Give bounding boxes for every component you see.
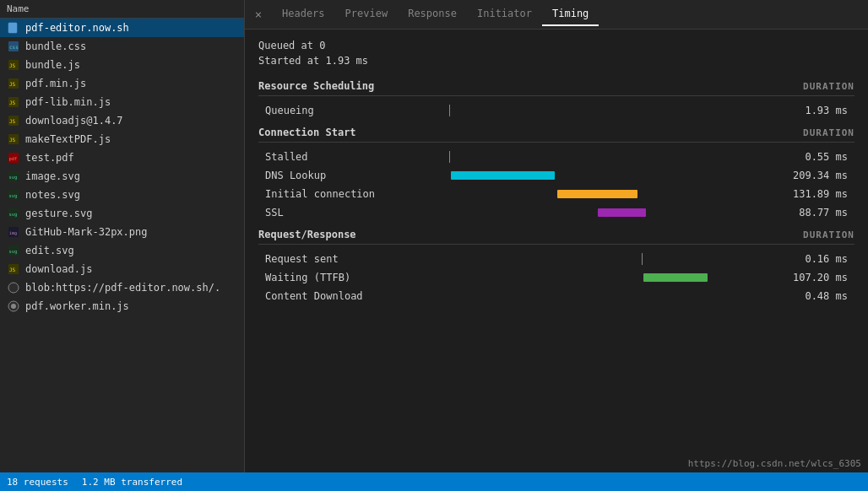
waterfall-container (417, 152, 776, 162)
file-name: pdf-lib.min.js (25, 96, 111, 108)
waterfall-container (417, 105, 776, 116)
timing-row-name: Request sent (265, 253, 417, 265)
timing-duration: 0.48 ms (776, 290, 848, 302)
timing-bar-area (417, 170, 738, 181)
transferred-size: 1.2 MB transferred (82, 477, 182, 488)
file-type-icon (7, 281, 20, 294)
tabs-container: HeadersPreviewResponseInitiatorTiming (272, 3, 599, 26)
file-type-icon: JS (7, 77, 20, 90)
file-type-icon: svg (7, 207, 20, 220)
file-panel: Name pdf-editor.now.sh css bundle.css JS… (0, 0, 245, 472)
file-item[interactable]: JS download.js (0, 260, 244, 278)
timing-duration: 131.89 ms (776, 188, 848, 200)
file-item[interactable]: blob:https://pdf-editor.now.sh/. (0, 278, 244, 297)
timing-row-name: Stalled (265, 151, 417, 163)
file-item[interactable]: JS makeTextPDF.js (0, 130, 244, 148)
tab-headers[interactable]: Headers (272, 3, 335, 26)
file-name: pdf-editor.now.sh (25, 22, 129, 34)
tab-timing[interactable]: Timing (542, 3, 599, 26)
timing-duration: 88.77 ms (776, 207, 848, 219)
section-title: Connection Start (258, 127, 356, 138)
file-item[interactable]: svg notes.svg (0, 186, 244, 204)
file-type-icon: css (7, 40, 20, 53)
file-type-icon: img (7, 225, 20, 239)
timing-row-name: Queueing (265, 105, 417, 116)
section-header: Connection Start DURATION (258, 127, 854, 143)
svg-text:svg: svg (9, 212, 18, 218)
timing-duration: 1.93 ms (776, 105, 848, 116)
timing-bar-area (417, 105, 738, 116)
file-item[interactable]: pdf test.pdf (0, 148, 244, 167)
timing-row: Stalled 0.55 ms (258, 148, 854, 166)
file-type-icon: JS (7, 114, 20, 127)
started-label: Started at 1.93 ms (258, 55, 854, 67)
timing-section: Resource Scheduling DURATION Queueing 1.… (258, 80, 854, 120)
file-name: download.js (25, 263, 92, 275)
svg-text:pdf: pdf (9, 156, 18, 162)
waterfall-container (417, 254, 776, 264)
svg-text:JS: JS (9, 267, 16, 272)
svg-text:JS: JS (9, 62, 16, 68)
timing-meta: Queued at 0 Started at 1.93 ms (258, 40, 854, 67)
timing-duration: 107.20 ms (776, 272, 848, 283)
file-name: makeTextPDF.js (25, 133, 111, 145)
timing-tick (642, 253, 643, 265)
svg-rect-0 (8, 23, 17, 33)
svg-text:css: css (9, 44, 19, 50)
file-name: pdf.min.js (25, 78, 86, 89)
timing-bar-area (417, 189, 738, 199)
file-item[interactable]: JS pdf.min.js (0, 74, 244, 93)
timing-row: Initial connection 131.89 ms (258, 185, 854, 203)
timing-content: Queued at 0 Started at 1.93 ms Resource … (245, 30, 868, 472)
timing-row: SSL 88.77 ms (258, 203, 854, 222)
file-type-icon: JS (7, 58, 20, 72)
status-bar: 18 requests 1.2 MB transferred (0, 472, 868, 491)
timing-bar-area (417, 254, 738, 264)
timing-row: Queueing 1.93 ms (258, 101, 854, 120)
file-item[interactable]: JS pdf-lib.min.js (0, 93, 244, 111)
timing-section: Request/Response DURATION Request sent 0… (258, 229, 854, 305)
file-item[interactable]: JS bundle.js (0, 56, 244, 74)
svg-point-29 (11, 304, 16, 309)
file-name: edit.svg (25, 245, 74, 256)
file-type-icon: svg (7, 188, 20, 202)
tabs-bar: × HeadersPreviewResponseInitiatorTiming (245, 0, 868, 30)
duration-label: DURATION (803, 81, 854, 92)
file-type-icon: JS (7, 132, 20, 146)
waterfall-container (417, 170, 776, 181)
timing-panel: × HeadersPreviewResponseInitiatorTiming … (245, 0, 868, 472)
file-item[interactable]: img GitHub-Mark-32px.png (0, 223, 244, 241)
file-item[interactable]: svg image.svg (0, 167, 244, 186)
timing-tick (449, 151, 450, 163)
tab-response[interactable]: Response (398, 3, 467, 26)
file-item[interactable]: svg edit.svg (0, 241, 244, 260)
close-icon[interactable]: × (248, 4, 269, 24)
timing-section: Connection Start DURATION Stalled 0.55 m… (258, 127, 854, 222)
url-hint: https://blog.csdn.net/wlcs_6305 (688, 458, 861, 469)
file-item[interactable]: JS downloadjs@1.4.7 (0, 111, 244, 130)
timing-tick (449, 105, 450, 116)
timing-duration: 209.34 ms (776, 170, 848, 181)
file-item[interactable]: svg gesture.svg (0, 204, 244, 223)
timing-row: Request sent 0.16 ms (258, 250, 854, 268)
file-item[interactable]: pdf.worker.min.js (0, 297, 244, 316)
timing-row: Content Download 0.48 ms (258, 287, 854, 305)
timing-bar (557, 190, 637, 198)
duration-label: DURATION (803, 229, 854, 240)
file-item[interactable]: pdf-editor.now.sh (0, 19, 244, 37)
file-type-icon: svg (7, 244, 20, 257)
file-item[interactable]: css bundle.css (0, 37, 244, 56)
file-type-icon: pdf (7, 151, 20, 165)
file-name: bundle.js (25, 59, 80, 71)
file-type-icon: JS (7, 95, 20, 109)
svg-text:JS: JS (9, 100, 16, 105)
tab-initiator[interactable]: Initiator (467, 3, 542, 26)
section-header: Resource Scheduling DURATION (258, 80, 854, 96)
file-name: image.svg (25, 170, 80, 182)
timing-bar (643, 273, 708, 282)
tab-preview[interactable]: Preview (335, 3, 399, 26)
timing-row-name: Waiting (TTFB) (265, 272, 417, 283)
timing-bar (598, 208, 646, 217)
file-name: downloadjs@1.4.7 (25, 115, 123, 127)
timing-bar-area (417, 272, 738, 283)
